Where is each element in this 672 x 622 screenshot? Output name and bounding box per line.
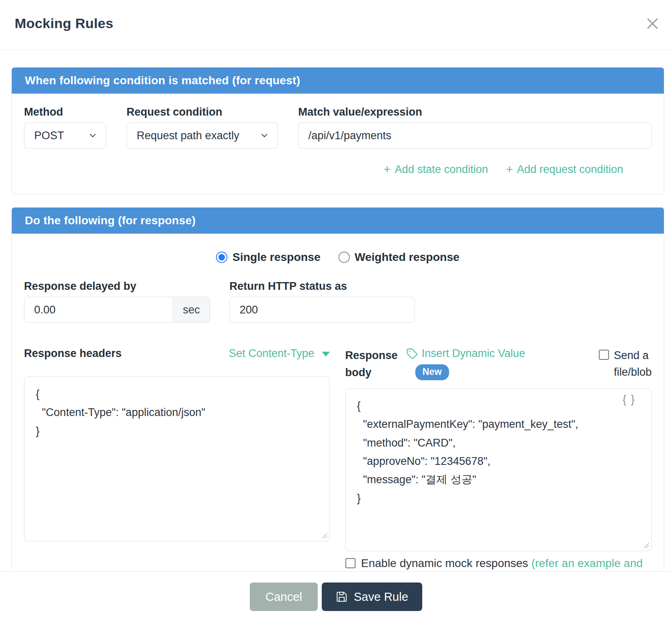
match-value-label: Match value/expression [298,106,652,118]
http-status-input[interactable] [229,297,415,323]
add-state-condition-link[interactable]: + Add state condition [384,163,488,176]
response-headers-column: Response headers Set Content-Type { "Con… [24,347,330,541]
save-rule-label: Save Rule [354,590,408,604]
new-badge: New [415,364,449,380]
match-value-input[interactable] [298,123,652,149]
chevron-down-icon [88,131,98,140]
insert-dynamic-value-label: Insert Dynamic Value [422,347,526,360]
add-state-condition-label: Add state condition [395,163,488,176]
page-title: Mocking Rules [15,15,113,31]
enable-dynamic-row: Enable dynamic mock responses (refer an … [345,557,652,570]
tag-icon [406,348,418,359]
dialog-body: When following condition is matched (for… [0,50,672,571]
triangle-down-icon [322,352,330,357]
add-request-condition-label: Add request condition [517,163,623,176]
method-select[interactable]: POST [24,123,106,149]
dialog-footer: Cancel Save Rule [0,571,672,622]
close-icon[interactable] [643,14,662,33]
weighted-response-label: Weighted response [355,251,460,264]
enable-dynamic-example-link[interactable]: (refer an example and [531,557,643,569]
radio-selected-icon [216,252,227,263]
method-label: Method [24,106,106,118]
single-response-label: Single response [232,251,320,264]
save-icon [336,591,348,603]
save-rule-button[interactable]: Save Rule [322,583,422,611]
insert-dynamic-value-link[interactable]: Insert Dynamic Value [406,347,526,360]
enable-dynamic-label: Enable dynamic mock responses [361,557,528,569]
cancel-button[interactable]: Cancel [250,583,317,611]
resize-grip-icon[interactable] [321,532,328,539]
http-status-field: Return HTTP status as [229,280,415,323]
enable-dynamic-checkbox[interactable] [345,558,356,568]
radio-unselected-icon [338,252,350,263]
response-body-label: Response body [345,347,406,381]
set-content-type-dropdown[interactable]: Set Content-Type [229,347,329,360]
http-status-label: Return HTTP status as [229,280,415,293]
method-selected-value: POST [34,129,64,142]
set-content-type-label: Set Content-Type [229,347,314,360]
response-section: Do the following (for response) Single r… [11,207,664,570]
match-value-field: Match value/expression [298,106,652,149]
request-fields-row: Method POST Request condition Request pa… [12,94,664,149]
chevron-down-icon [260,131,269,140]
send-file-label: Send a file/blob [614,347,652,380]
single-response-radio[interactable]: Single response [216,251,320,264]
headers-body-row: Response headers Set Content-Type { "Con… [12,323,664,570]
request-condition-selected-value: Request path exactly [137,129,239,142]
add-request-condition-link[interactable]: + Add request condition [506,163,623,176]
format-json-icon[interactable]: { } [622,393,635,406]
request-condition-label: Request condition [127,106,278,118]
send-file-checkbox-group[interactable]: Send a file/blob [599,347,652,380]
response-headers-label: Response headers [24,347,122,360]
resize-grip-icon[interactable] [642,541,650,549]
request-condition-select[interactable]: Request path exactly [127,123,278,149]
delay-unit-addon: sec [173,297,209,322]
response-body-textarea[interactable]: { "externalPaymentKey": "payment_key_tes… [345,388,652,551]
response-type-radio-group: Single response Weighted response [12,251,664,264]
response-body-column: Response body Insert Dynamic Value [345,347,652,570]
request-section-header: When following condition is matched (for… [12,68,664,94]
dialog-header: Mocking Rules [0,0,672,50]
response-delay-input[interactable] [24,297,173,322]
send-file-checkbox[interactable] [599,350,609,360]
weighted-response-radio[interactable]: Weighted response [338,251,460,264]
request-condition-section: When following condition is matched (for… [11,67,664,194]
response-headers-textarea[interactable]: { "Content-Type": "application/json" } [24,377,330,541]
method-field: Method POST [24,106,106,149]
plus-icon: + [506,164,513,175]
plus-icon: + [384,164,391,175]
request-condition-field: Request condition Request path exactly [127,106,278,149]
response-delay-label: Response delayed by [24,280,210,293]
condition-links-row: + Add state condition + Add request cond… [12,149,664,194]
response-delay-field: Response delayed by sec [24,280,210,323]
response-section-header: Do the following (for response) [12,208,664,234]
delay-status-row: Response delayed by sec Return HTTP stat… [12,264,664,323]
